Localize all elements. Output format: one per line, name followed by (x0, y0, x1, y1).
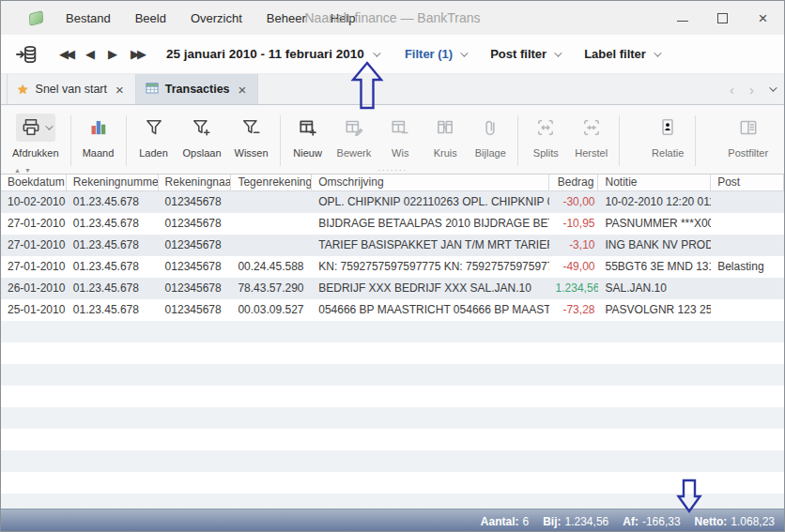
toolbar-button-label: Wis (392, 147, 408, 159)
column-header-bedrag[interactable]: Bedrag (549, 175, 599, 190)
cell-rekeningnaam: 012345678 (159, 278, 232, 299)
chevron-down-icon (654, 49, 661, 56)
filter-label: Filter (1) (405, 47, 453, 61)
toolbar-button-label: Wissen (235, 147, 269, 159)
toolbar-group: Afdrukken (1, 114, 70, 159)
empty-row (1, 386, 784, 407)
minimize-icon[interactable] (677, 15, 688, 22)
tab-label: Transacties (165, 83, 230, 96)
cell-omschrijving: OPL. CHIPKNIP 022110263 OPL. CHIPKNIP 0.… (312, 191, 548, 213)
transactions-table: BoekdatumRekeningnummerRekeningnaamTegen… (1, 175, 784, 509)
table-row[interactable]: 27-01-201001.23.45.678012345678BIJDRAGE … (1, 213, 784, 235)
filter-dropdown[interactable]: Filter (1) (405, 47, 466, 61)
cell-notitie: 10-02-2010 12:20 011 4... (598, 191, 711, 213)
menu-help[interactable]: Help (331, 11, 356, 25)
empty-row (1, 429, 784, 450)
toolbar-maand-button[interactable]: Maand (83, 114, 115, 159)
toolbar-group: NieuwBewerkWisKruisBijlage (281, 114, 518, 159)
close-icon[interactable]: × (757, 12, 769, 24)
toolbar-postfilter-button: Postfilter (728, 114, 768, 159)
toolbar-button-label: Bewerk (337, 147, 372, 159)
status-label: Netto: (695, 515, 728, 528)
toolbar-bewerk-button: Bewerk (337, 114, 372, 159)
toolbar-button-label: Laden (139, 147, 168, 159)
cell-post (711, 235, 784, 256)
tab-scroll-right-icon[interactable]: › (749, 82, 754, 98)
toolbar-nieuw-button[interactable]: Nieuw (292, 114, 324, 159)
column-header-tegenrekening[interactable]: Tegenrekening (231, 175, 312, 190)
toolbar-bijlage-button: Bijlage (474, 114, 506, 159)
tab-close-icon[interactable]: × (115, 82, 124, 98)
toolbar-separator (619, 115, 620, 166)
status-label: Bij: (543, 515, 561, 528)
date-range-label: 25 januari 2010 - 11 februari 2010 (166, 47, 364, 61)
tab-scroll-left-icon[interactable]: ‹ (730, 82, 734, 98)
cell-rekeningnummer: 01.23.45.678 (67, 278, 159, 299)
menu-beheer[interactable]: Beheer (267, 11, 306, 25)
label-filter-dropdown[interactable]: Label filter (584, 47, 659, 61)
toolbar-afdrukken-button[interactable]: Afdrukken (12, 114, 59, 159)
nav-first-button[interactable]: ◀◀ (59, 47, 72, 61)
split-out-icon (535, 114, 556, 142)
cell-rekeningnaam: 012345678 (159, 191, 232, 213)
table-row[interactable]: 26-01-201001.23.45.67801234567878.43.57.… (1, 278, 784, 299)
cell-notitie: ING BANK NV PROD... (598, 235, 711, 256)
cell-omschrijving: 054666 BP MAASTRICHT 054666 BP MAASTRI..… (312, 299, 548, 321)
toolbar-button-label: Afdrukken (12, 147, 59, 159)
tab-bar: ★Snel van start×Transacties× ‹ › (1, 74, 784, 105)
cell-post (711, 213, 784, 235)
date-range-selector[interactable]: 25 januari 2010 - 11 februari 2010 (166, 47, 378, 61)
contact-card-icon (657, 114, 678, 142)
column-header-rekeningnummer[interactable]: Rekeningnummer (67, 175, 159, 190)
post-filter-dropdown[interactable]: Post filter (490, 47, 560, 61)
toolbar-kruis-button: Kruis (429, 114, 461, 159)
printer-icon (16, 114, 55, 142)
chevron-down-icon (554, 49, 562, 56)
column-header-boekdatum[interactable]: Boekdatum (1, 175, 67, 190)
transactions-table-icon (146, 82, 159, 98)
nav-next-button[interactable]: ▶ (108, 47, 117, 61)
cell-notitie: SAL.JAN.10 (598, 278, 711, 299)
cell-bedrag: -10,95 (549, 213, 599, 235)
tab-list-chevron-icon[interactable] (769, 84, 777, 91)
cell-boekdatum: 25-01-2010 (1, 299, 67, 321)
empty-row (1, 472, 784, 494)
cell-notitie: 55BGT6 3E MND 1311... (598, 256, 711, 278)
toolbar-collapse-handle[interactable]: ▲▼ (14, 167, 35, 174)
splitter-grip[interactable]: ······· (377, 167, 407, 173)
table-row[interactable]: 27-01-201001.23.45.678012345678TARIEF BA… (1, 235, 784, 256)
table-row[interactable]: 25-01-201001.23.45.67801234567800.03.09.… (1, 299, 784, 321)
table-row[interactable]: 10-02-201001.23.45.678012345678OPL. CHIP… (1, 191, 784, 213)
paperclip-icon (480, 114, 500, 142)
menu-overzicht[interactable]: Overzicht (191, 11, 242, 25)
toolbar-laden-button[interactable]: Laden (138, 114, 170, 159)
tab-close-icon[interactable]: × (239, 82, 247, 98)
status-bar: Aantal:6Bij:1.234,56Af:-166,33Netto:1.06… (1, 509, 784, 532)
toolbar-button-label: Postfilter (728, 147, 768, 159)
table-row[interactable]: 27-01-201001.23.45.67801234567800.24.45.… (1, 256, 784, 278)
menu-beeld[interactable]: Beeld (135, 11, 166, 25)
tab-snel-van-start[interactable]: ★Snel van start× (7, 74, 136, 104)
column-header-post[interactable]: Post (711, 175, 784, 190)
toolbar-button-label: Opslaan (183, 147, 222, 159)
import-transactions-icon[interactable] (14, 43, 38, 66)
window-controls: × (677, 1, 769, 35)
empty-row (1, 407, 784, 429)
column-header-omschrijving[interactable]: Omschrijving (312, 175, 548, 190)
toolbar-opslaan-button[interactable]: Opslaan (183, 114, 222, 159)
column-header-rekeningnaam[interactable]: Rekeningnaam (159, 175, 232, 190)
tab-transacties[interactable]: Transacties× (136, 74, 259, 104)
cell-omschrijving: BIJDRAGE BETAALPAS 2010 BIJDRAGE BETA... (312, 213, 548, 235)
cell-rekeningnummer: 01.23.45.678 (67, 235, 159, 256)
post-filter-label: Post filter (490, 47, 546, 61)
nav-previous-button[interactable]: ◀ (85, 47, 95, 61)
nav-last-button[interactable]: ▶▶ (131, 47, 144, 61)
post-book-icon (738, 114, 759, 142)
chevron-down-icon (373, 49, 380, 56)
maximize-icon[interactable] (717, 13, 728, 23)
toolbar-button-label: Maand (83, 147, 115, 159)
column-header-notitie[interactable]: Notitie (598, 175, 711, 190)
cell-rekeningnummer: 01.23.45.678 (67, 213, 159, 235)
menu-bestand[interactable]: Bestand (66, 11, 111, 25)
toolbar-wissen-button[interactable]: Wissen (235, 114, 269, 159)
